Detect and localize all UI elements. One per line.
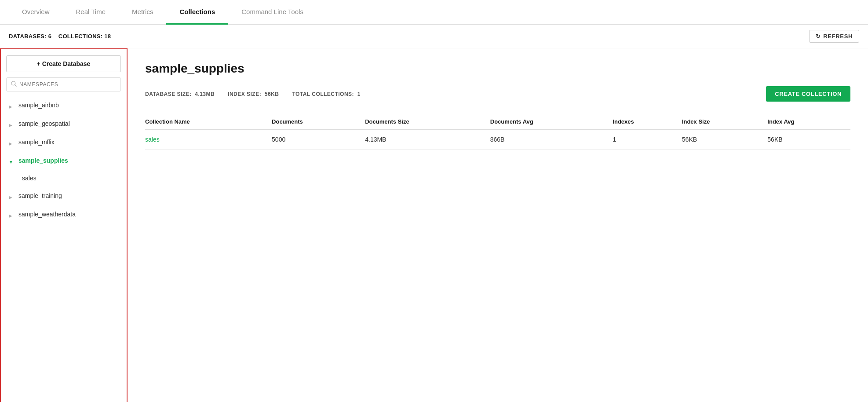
databases-count: 6 xyxy=(48,33,52,40)
sidebar-item-sales[interactable]: sales xyxy=(0,170,127,186)
db-size-value: 4.13MB xyxy=(195,91,215,97)
total-collections-meta: TOTAL COLLECTIONS: 1 xyxy=(292,91,360,97)
refresh-icon: ↻ xyxy=(816,33,821,40)
sidebar-item-sample-geospatial[interactable]: sample_geospatial xyxy=(0,114,127,133)
create-database-button[interactable]: + Create Database xyxy=(6,55,121,72)
tab-commandline[interactable]: Command Line Tools xyxy=(228,0,317,25)
chevron-right-icon xyxy=(9,193,14,198)
col-header-indexes: Indexes xyxy=(613,114,682,130)
index-size-value: 56KB xyxy=(265,91,279,97)
top-nav: Overview Real Time Metrics Collections C… xyxy=(0,0,868,25)
db-label-sample-airbnb: sample_airbnb xyxy=(18,102,59,109)
table-body: sales 5000 4.13MB 866B 1 56KB 56KB xyxy=(145,130,850,150)
namespace-list: sample_airbnb sample_geospatial sample_m… xyxy=(0,96,127,402)
chevron-down-icon xyxy=(9,158,14,163)
col-header-index-avg: Index Avg xyxy=(767,114,850,130)
create-collection-button[interactable]: CREATE COLLECTION xyxy=(766,86,850,102)
sidebar-item-sample-training[interactable]: sample_training xyxy=(0,186,127,205)
cell-documents-avg: 866B xyxy=(490,130,613,150)
collection-name-link[interactable]: sales xyxy=(145,136,160,143)
stats-info: DATABASES: 6 COLLECTIONS: 18 xyxy=(9,33,111,40)
index-size-label: INDEX SIZE: xyxy=(228,91,261,97)
col-header-documents-size: Documents Size xyxy=(365,114,490,130)
cell-indexes: 1 xyxy=(613,130,682,150)
stats-bar: DATABASES: 6 COLLECTIONS: 18 ↻ REFRESH xyxy=(0,25,868,48)
database-title: sample_supplies xyxy=(145,62,244,76)
tab-collections[interactable]: Collections xyxy=(166,0,228,25)
cell-index-avg: 56KB xyxy=(767,130,850,150)
refresh-button[interactable]: ↻ REFRESH xyxy=(809,30,859,43)
col-header-name: Collection Name xyxy=(145,114,272,130)
col-header-index-size: Index Size xyxy=(682,114,768,130)
database-metadata: DATABASE SIZE: 4.13MB INDEX SIZE: 56KB T… xyxy=(145,86,850,102)
chevron-right-icon xyxy=(9,139,14,145)
index-size-meta: INDEX SIZE: 56KB xyxy=(228,91,279,97)
cell-documents: 5000 xyxy=(272,130,365,150)
db-label-sample-supplies: sample_supplies xyxy=(18,157,68,164)
chevron-right-icon xyxy=(9,102,14,108)
db-label-sample-weatherdata: sample_weatherdata xyxy=(18,211,76,218)
tab-metrics[interactable]: Metrics xyxy=(119,0,166,25)
collections-label: COLLECTIONS: xyxy=(58,33,103,40)
col-header-documents: Documents xyxy=(272,114,365,130)
cell-collection-name[interactable]: sales xyxy=(145,130,272,150)
chevron-right-icon xyxy=(9,212,14,217)
collections-count: 18 xyxy=(104,33,111,40)
cell-documents-size: 4.13MB xyxy=(365,130,490,150)
sidebar-item-sample-airbnb[interactable]: sample_airbnb xyxy=(0,96,127,114)
namespace-search-box xyxy=(6,77,121,91)
sidebar-item-sample-mflix[interactable]: sample_mflix xyxy=(0,133,127,151)
main-layout: + Create Database sample_airbnb sample_g… xyxy=(0,48,868,402)
table-row: sales 5000 4.13MB 866B 1 56KB 56KB xyxy=(145,130,850,150)
db-size-label: DATABASE SIZE: xyxy=(145,91,192,97)
cell-index-size: 56KB xyxy=(682,130,768,150)
sidebar-item-sample-supplies[interactable]: sample_supplies xyxy=(0,151,127,170)
tab-overview[interactable]: Overview xyxy=(9,0,63,25)
search-icon xyxy=(11,81,17,88)
db-label-sample-training: sample_training xyxy=(18,192,62,199)
table-header: Collection Name Documents Documents Size… xyxy=(145,114,850,130)
databases-label: DATABASES: xyxy=(9,33,47,40)
sidebar-item-sample-weatherdata[interactable]: sample_weatherdata xyxy=(0,205,127,223)
collection-label-sales: sales xyxy=(22,175,36,182)
namespace-search-input[interactable] xyxy=(19,81,116,88)
col-header-documents-avg: Documents Avg xyxy=(490,114,613,130)
db-label-sample-geospatial: sample_geospatial xyxy=(18,120,70,127)
db-size-meta: DATABASE SIZE: 4.13MB xyxy=(145,91,215,97)
collections-table: Collection Name Documents Documents Size… xyxy=(145,114,850,150)
tab-realtime[interactable]: Real Time xyxy=(63,0,119,25)
total-collections-value: 1 xyxy=(357,91,361,97)
db-label-sample-mflix: sample_mflix xyxy=(18,139,55,146)
refresh-label: REFRESH xyxy=(823,33,853,40)
svg-line-1 xyxy=(15,85,17,87)
main-content: sample_supplies DATABASE SIZE: 4.13MB IN… xyxy=(128,48,868,402)
total-collections-label: TOTAL COLLECTIONS: xyxy=(292,91,354,97)
sidebar: + Create Database sample_airbnb sample_g… xyxy=(0,48,128,402)
chevron-right-icon xyxy=(9,121,14,126)
